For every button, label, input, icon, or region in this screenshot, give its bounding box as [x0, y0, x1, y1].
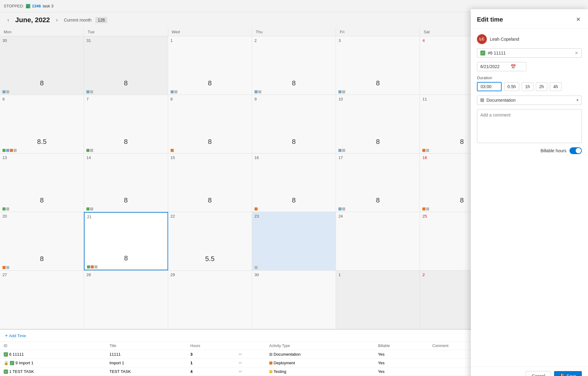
color-dots	[255, 266, 258, 269]
cal-cell-10-jun[interactable]: 10 8	[336, 95, 420, 153]
task-count: 1346	[32, 4, 41, 8]
user-initials: LC	[479, 37, 484, 41]
task-clear-button[interactable]: ✕	[575, 51, 578, 55]
color-dots	[338, 207, 345, 210]
task-icon: ✓	[10, 361, 14, 365]
cal-cell-27-jun[interactable]: 27	[0, 271, 84, 329]
cell-edit[interactable]: ✏	[235, 359, 265, 367]
cell-edit[interactable]: ✏	[235, 350, 265, 359]
date-number: 13	[2, 155, 81, 160]
duration-row: 0.5h 1h 2h 4h	[477, 82, 582, 91]
cal-cell-15-jun[interactable]: 15 8	[168, 153, 252, 212]
cal-cell-17-jun[interactable]: 17 8	[336, 153, 420, 212]
cal-cell-7-jun[interactable]: 7 8	[84, 95, 168, 153]
calendar-title: June, 2022	[15, 16, 50, 24]
task-id-text: 1 TEST TASK	[9, 369, 34, 374]
cal-cell-20-jun[interactable]: 20 8	[0, 212, 84, 270]
col-header-title: Title	[106, 342, 187, 350]
edit-icon[interactable]: ✏	[239, 361, 242, 365]
color-dots	[86, 90, 93, 93]
modal-footer: Cancel 💾 Save	[471, 366, 588, 376]
cal-cell-16-jun[interactable]: 16 8	[252, 153, 336, 212]
date-number: 7	[86, 97, 165, 101]
cell-id: 🔒 ✓ 9 Import 1	[0, 359, 106, 367]
cal-cell-23-jun[interactable]: 23	[252, 212, 336, 270]
cal-cell-1-jul[interactable]: 1	[336, 271, 420, 329]
task-label: task 3	[43, 4, 53, 8]
task-input-text: #6 11111	[488, 51, 572, 55]
date-input-row[interactable]: 📅	[477, 62, 526, 71]
color-dots	[2, 266, 9, 269]
save-button[interactable]: 💾 Save	[554, 371, 582, 376]
duration-preset-2h[interactable]: 2h	[536, 82, 548, 91]
duration-input[interactable]	[477, 82, 502, 91]
date-number: 30	[2, 38, 81, 43]
modal-close-button[interactable]: ✕	[575, 15, 582, 24]
date-number: 17	[338, 155, 417, 160]
duration-preset-4h[interactable]: 4h	[550, 82, 561, 91]
cell-title: TEST TASK	[106, 367, 187, 376]
hours-number: 8	[460, 196, 464, 204]
duration-preset-0.5h[interactable]: 0.5h	[504, 82, 519, 91]
date-field[interactable]	[480, 64, 508, 69]
task-input-row[interactable]: ✓ #6 11111 ✕	[477, 48, 582, 58]
billable-toggle[interactable]	[569, 147, 582, 154]
cell-activity: Testing	[266, 367, 375, 376]
day-count-badge: 126	[95, 17, 107, 23]
cal-cell-1-jun[interactable]: 1 8	[168, 36, 252, 95]
hours-number: 8	[208, 196, 212, 204]
lock-icon: 🔒	[4, 361, 9, 365]
cal-cell-22-jun[interactable]: 22 5.5	[168, 212, 252, 270]
hours-number: 8	[292, 196, 296, 204]
task-icon: ✓	[4, 352, 8, 357]
cal-cell-3-jun[interactable]: 3 8	[336, 36, 420, 95]
prev-month-button[interactable]: ‹	[5, 16, 11, 24]
cal-cell-30-jun[interactable]: 30	[252, 271, 336, 329]
cal-cell-30-may[interactable]: 30 8	[0, 36, 84, 95]
cal-cell-8-jun[interactable]: 8 8	[168, 95, 252, 153]
cal-cell-31-may[interactable]: 31 8	[84, 36, 168, 95]
current-month-button[interactable]: Current month	[64, 18, 91, 22]
color-dots	[2, 90, 9, 93]
color-dots	[171, 90, 177, 93]
date-number: 10	[338, 97, 417, 101]
cancel-button[interactable]: Cancel	[526, 371, 551, 376]
cell-activity: Documentation	[266, 350, 375, 359]
cal-cell-14-jun[interactable]: 14 8	[84, 153, 168, 212]
cal-cell-9-jun[interactable]: 9 8	[252, 95, 336, 153]
edit-icon[interactable]: ✏	[239, 369, 242, 374]
hours-number: 8	[376, 138, 380, 146]
hours-number: 8	[292, 79, 296, 87]
color-dots	[86, 207, 93, 210]
activity-dropdown[interactable]: Documentation ▾	[477, 96, 582, 105]
add-time-button[interactable]: + Add Time	[5, 333, 26, 338]
cell-billable: Yes	[374, 359, 429, 367]
activity-name: Documentation	[487, 98, 574, 103]
duration-label: Duration	[477, 76, 582, 80]
billable-label: Billable hours	[540, 148, 566, 153]
duration-preset-1h[interactable]: 1h	[522, 82, 533, 91]
cell-title: 11111	[106, 350, 187, 359]
color-dots	[255, 90, 261, 93]
calendar-icon: 📅	[511, 64, 516, 69]
cal-cell-6-jun[interactable]: 6 8.5	[0, 95, 84, 153]
cal-cell-24-jun[interactable]: 24	[336, 212, 420, 270]
day-name-wed: Wed	[168, 28, 252, 36]
toggle-knob	[576, 148, 581, 153]
date-number: 8	[171, 97, 249, 101]
next-month-button[interactable]: ›	[54, 16, 60, 24]
cal-cell-13-jun[interactable]: 13 8	[0, 153, 84, 212]
cell-title: Import 1	[106, 359, 187, 367]
cal-cell-29-jun[interactable]: 29	[168, 271, 252, 329]
col-header-edit	[235, 342, 265, 350]
comment-textarea[interactable]	[477, 109, 582, 143]
hours-number: 8	[376, 79, 380, 87]
date-number: 27	[2, 272, 81, 277]
edit-icon[interactable]: ✏	[239, 352, 242, 357]
date-number: 6	[2, 97, 81, 101]
cal-cell-21-jun[interactable]: 21 8	[84, 212, 168, 270]
cell-edit[interactable]: ✏	[235, 367, 265, 376]
activity-color-dot	[269, 353, 272, 356]
cal-cell-2-jun[interactable]: 2 8	[252, 36, 336, 95]
cal-cell-28-jun[interactable]: 28	[84, 271, 168, 329]
